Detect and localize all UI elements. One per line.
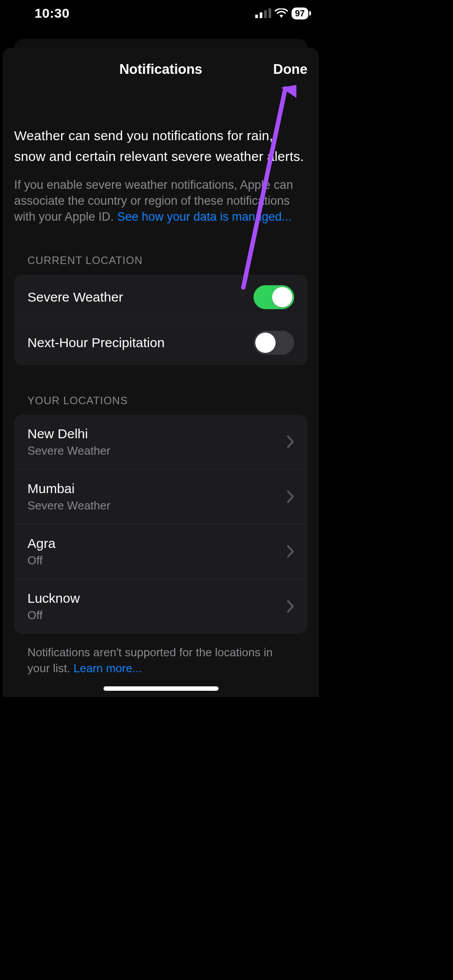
chevron-right-icon: [287, 436, 294, 448]
phone-frame: 10:30 97 Notifications Done Weather can …: [0, 0, 322, 697]
location-name: Lucknow: [27, 591, 80, 606]
chevron-right-icon: [287, 600, 294, 612]
location-row-agra[interactable]: Agra Off: [14, 524, 307, 579]
location-text: Lucknow Off: [27, 591, 80, 622]
cellular-icon: [255, 8, 271, 18]
chevron-right-icon: [287, 490, 294, 503]
status-right-cluster: 97: [255, 8, 308, 19]
row-title: Next-Hour Precipitation: [27, 335, 165, 350]
location-status: Severe Weather: [27, 499, 110, 513]
sheet-body: Weather can send you notifications for r…: [3, 91, 319, 677]
location-text: Mumbai Severe Weather: [27, 481, 110, 513]
location-status: Off: [27, 554, 55, 567]
status-time: 10:30: [35, 6, 69, 21]
location-row-new-delhi[interactable]: New Delhi Severe Weather: [14, 415, 307, 469]
toggle-severe-weather[interactable]: [253, 285, 294, 309]
location-text: New Delhi Severe Weather: [27, 426, 110, 458]
status-bar: 10:30 97: [0, 0, 322, 27]
learn-more-link[interactable]: Learn more...: [73, 662, 142, 675]
location-row-mumbai[interactable]: Mumbai Severe Weather: [14, 469, 307, 524]
location-row-lucknow[interactable]: Lucknow Off: [14, 579, 307, 634]
section-header-current-location: CURRENT LOCATION: [14, 254, 307, 267]
section-header-your-locations: YOUR LOCATIONS: [14, 394, 307, 407]
location-status: Severe Weather: [27, 444, 110, 458]
privacy-subdescription: If you enable severe weather notificatio…: [14, 177, 307, 225]
toggle-knob: [255, 333, 276, 353]
toggle-next-hour-precipitation[interactable]: [253, 331, 294, 355]
group-your-locations: New Delhi Severe Weather Mumbai Severe W…: [14, 415, 307, 634]
location-text: Agra Off: [27, 536, 55, 567]
location-name: New Delhi: [27, 426, 110, 441]
locations-footer-note: Notifications aren't supported for the l…: [14, 644, 307, 677]
battery-indicator: 97: [292, 8, 308, 19]
location-name: Mumbai: [27, 481, 110, 496]
description-text: Weather can send you notifications for r…: [14, 126, 307, 167]
location-name: Agra: [27, 536, 55, 551]
location-status: Off: [27, 609, 80, 622]
row-severe-weather: Severe Weather: [14, 275, 307, 320]
wifi-icon: [275, 8, 288, 18]
done-button[interactable]: Done: [273, 61, 308, 77]
notifications-sheet: Notifications Done Weather can send you …: [3, 48, 319, 697]
home-indicator[interactable]: [104, 686, 219, 691]
group-current-location: Severe Weather Next-Hour Precipitation: [14, 275, 307, 365]
page-title: Notifications: [119, 61, 203, 77]
toggle-knob: [272, 287, 292, 307]
privacy-link[interactable]: See how your data is managed...: [117, 210, 292, 223]
chevron-right-icon: [287, 545, 294, 558]
sheet-header: Notifications Done: [3, 48, 319, 91]
row-next-hour-precipitation: Next-Hour Precipitation: [14, 320, 307, 365]
row-title: Severe Weather: [27, 290, 123, 305]
footer-note-text: Notifications aren't supported for the l…: [27, 646, 273, 675]
